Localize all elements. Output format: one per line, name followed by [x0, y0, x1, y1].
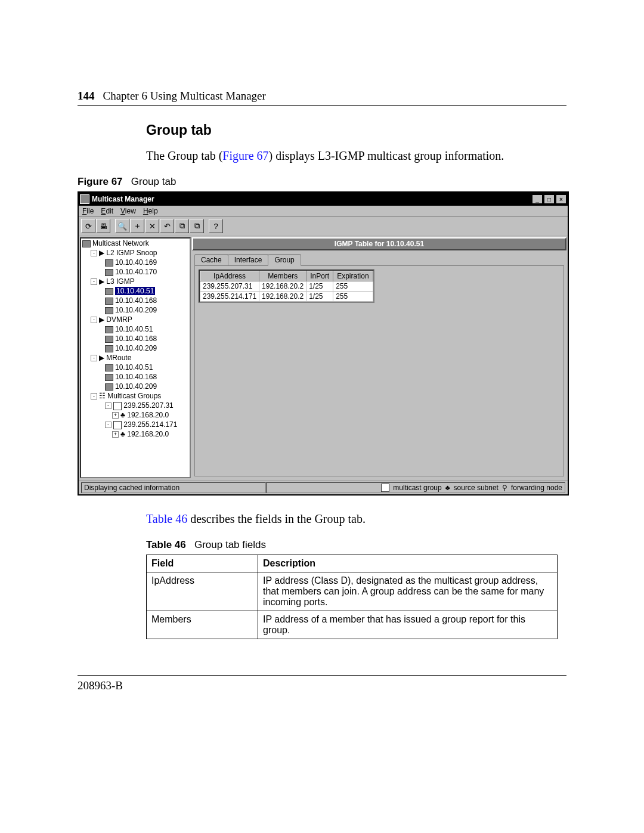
tree-l2igmp[interactable]: -▶ L2 IGMP Snoop [81, 248, 190, 258]
app-window: Multicast Manager _ □ × File Edit View H… [78, 191, 569, 496]
col-ipaddress[interactable]: IpAddress [200, 271, 259, 281]
maximize-button[interactable]: □ [544, 194, 555, 204]
intro-pre: The Group tab ( [146, 149, 222, 162]
tree-pane[interactable]: Multicast Network -▶ L2 IGMP Snoop 10.10… [80, 237, 191, 478]
toolbar-print-icon[interactable]: 🖶 [96, 219, 110, 233]
app-icon [80, 194, 89, 204]
tree-node[interactable]: 10.10.40.169 [81, 258, 190, 267]
intro-paragraph: The Group tab (Figure 67) displays L3-IG… [146, 149, 566, 163]
status-bar: Displaying cached information multicast … [79, 481, 568, 494]
toolbar-help-icon[interactable]: ? [209, 219, 223, 233]
tree-l3igmp[interactable]: -▶ L3 IGMP [81, 277, 190, 286]
status-text: Displaying cached information [81, 482, 266, 493]
legend-ss-icon: ♣ [445, 484, 450, 492]
tab-group[interactable]: Group [268, 254, 301, 266]
tree-node[interactable]: 10.10.40.209 [81, 305, 190, 315]
legend-fn-icon: ⚲ [502, 484, 507, 492]
toolbar-refresh-icon[interactable]: ⟳ [81, 219, 95, 233]
window-titlebar: Multicast Manager _ □ × [79, 193, 568, 206]
page-header: 144 Chapter 6 Using Multicast Manager [78, 89, 566, 106]
field-table-row: Members IP address of a member that has … [147, 611, 558, 639]
figure-caption: Figure 67 Group tab [78, 176, 566, 188]
tree-node[interactable]: 10.10.40.51 [81, 324, 190, 334]
page-footer: 208963-B [78, 675, 566, 692]
tree-root[interactable]: Multicast Network [81, 239, 190, 248]
figure-label: Figure 67 [78, 176, 123, 187]
table-ref-link[interactable]: Table 46 [146, 512, 187, 525]
table-ref-paragraph: Table 46 describes the fields in the Gro… [146, 512, 566, 526]
tab-row: Cache Interface Group [192, 254, 566, 266]
table-title: Group tab fields [194, 539, 266, 550]
tree-mroute[interactable]: -▶ MRoute [81, 353, 190, 363]
close-button[interactable]: × [556, 194, 566, 204]
tree-node[interactable]: 10.10.40.168 [81, 296, 190, 305]
toolbar-undo-icon[interactable]: ↶ [160, 219, 174, 233]
tab-panel: IpAddress Members InPort Expiration 239.… [194, 265, 564, 476]
toolbar-copy-icon[interactable]: ⧉ [175, 219, 189, 233]
toolbar-zoom-icon[interactable]: 🔍 [115, 219, 129, 233]
field-table-header-desc: Description [258, 555, 558, 572]
status-legend: multicast group ♣source subnet ⚲forwardi… [266, 482, 565, 493]
menu-help[interactable]: Help [143, 207, 158, 215]
tree-node[interactable]: 10.10.40.170 [81, 267, 190, 277]
menu-edit[interactable]: Edit [101, 207, 113, 215]
panel-title: IGMP Table for 10.10.40.51 [192, 237, 566, 250]
window-title: Multicast Manager [92, 195, 531, 203]
menu-view[interactable]: View [120, 207, 136, 215]
table-label: Table 46 [146, 539, 186, 550]
intro-post: ) displays L3-IGMP multicast group infor… [269, 149, 504, 162]
figure-title: Group tab [131, 176, 177, 187]
col-inport[interactable]: InPort [306, 271, 333, 281]
tree-node[interactable]: 10.10.40.168 [81, 372, 190, 382]
doc-number: 208963-B [78, 679, 123, 692]
toolbar-delete-icon[interactable]: ✕ [145, 219, 159, 233]
col-members[interactable]: Members [259, 271, 306, 281]
field-table-row: IpAddress IP address (Class D), designat… [147, 572, 558, 611]
igmp-table: IpAddress Members InPort Expiration 239.… [199, 270, 374, 303]
menu-file[interactable]: File [82, 207, 94, 215]
tree-group[interactable]: - 239.255.214.171 [81, 420, 190, 429]
content-pane: IGMP Table for 10.10.40.51 Cache Interfa… [192, 237, 566, 479]
section-heading: Group tab [146, 122, 566, 138]
tree-group[interactable]: - 239.255.207.31 [81, 401, 190, 410]
tree-dvmrp[interactable]: -▶ DVMRP [81, 315, 190, 324]
tree-node-selected[interactable]: 10.10.40.51 [81, 286, 190, 296]
field-table: Field Description IpAddress IP address (… [146, 555, 558, 639]
toolbar-separator [111, 219, 114, 232]
tree-node[interactable]: 10.10.40.209 [81, 382, 190, 391]
table-caption: Table 46 Group tab fields [146, 539, 566, 551]
toolbar-separator-2 [205, 219, 208, 232]
page-number: 144 [78, 89, 95, 103]
toolbar-paste-icon[interactable]: ⧉ [190, 219, 204, 233]
field-table-header-field: Field [147, 555, 258, 572]
tree-subnet[interactable]: +♣ 192.168.20.0 [81, 410, 190, 420]
menu-bar: File Edit View Help [79, 206, 568, 217]
legend-mg-icon [381, 484, 389, 492]
tree-node[interactable]: 10.10.40.168 [81, 334, 190, 343]
tab-cache[interactable]: Cache [194, 254, 228, 266]
col-expiration[interactable]: Expiration [333, 271, 373, 281]
tree-node[interactable]: 10.10.40.51 [81, 363, 190, 372]
table-row[interactable]: 239.255.207.31 192.168.20.2 1/25 255 [200, 281, 373, 292]
figure-ref-link[interactable]: Figure 67 [222, 149, 268, 162]
toolbar-add-icon[interactable]: ＋ [130, 219, 144, 233]
minimize-button[interactable]: _ [532, 194, 543, 204]
tree-node[interactable]: 10.10.40.209 [81, 343, 190, 353]
tab-interface[interactable]: Interface [228, 254, 269, 266]
table-ref-post: describes the fields in the Group tab. [187, 512, 366, 525]
toolbar: ⟳ 🖶 🔍 ＋ ✕ ↶ ⧉ ⧉ ? [79, 217, 568, 236]
table-row[interactable]: 239.255.214.171 192.168.20.2 1/25 255 [200, 292, 373, 302]
chapter-title: Chapter 6 Using Multicast Manager [103, 89, 266, 103]
tree-multicast-groups[interactable]: -☷ Multicast Groups [81, 391, 190, 401]
tree-subnet[interactable]: +♣ 192.168.20.0 [81, 429, 190, 439]
